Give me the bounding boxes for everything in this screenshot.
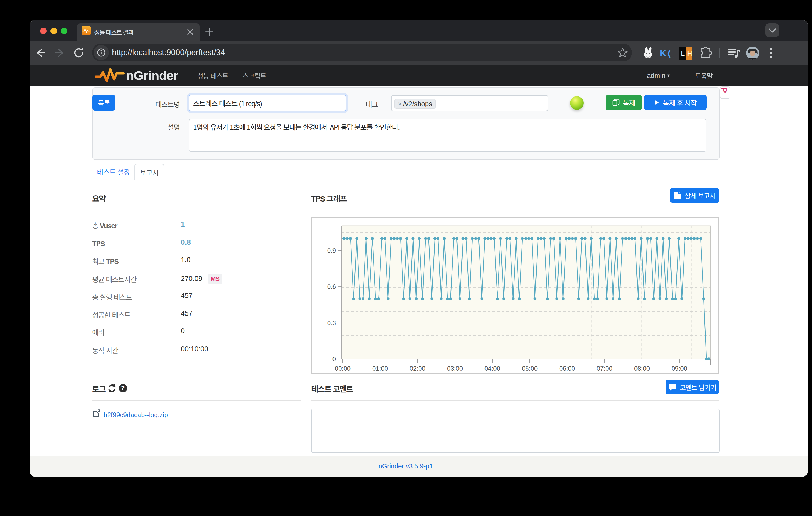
svg-text:07:00: 07:00 bbox=[597, 365, 612, 372]
svg-text:08:00: 08:00 bbox=[634, 365, 650, 372]
svg-text:H: H bbox=[687, 50, 692, 58]
svg-text:05:00: 05:00 bbox=[522, 365, 538, 372]
svg-text:04:00: 04:00 bbox=[485, 365, 500, 372]
svg-text:❬❭: ❬❭ bbox=[666, 49, 674, 58]
svg-text:09:00: 09:00 bbox=[671, 365, 687, 372]
svg-text:03:00: 03:00 bbox=[447, 365, 463, 372]
svg-text:02:00: 02:00 bbox=[410, 365, 425, 372]
svg-text:?: ? bbox=[121, 385, 124, 392]
svg-text:L: L bbox=[681, 50, 685, 58]
svg-text:0.3: 0.3 bbox=[327, 320, 336, 327]
svg-text:00:00: 00:00 bbox=[335, 365, 351, 372]
svg-text:01:00: 01:00 bbox=[372, 365, 388, 372]
svg-text:K: K bbox=[660, 48, 666, 58]
svg-text:0: 0 bbox=[332, 356, 336, 363]
svg-text:0.9: 0.9 bbox=[327, 247, 336, 254]
svg-text:06:00: 06:00 bbox=[559, 365, 575, 372]
svg-text:0.6: 0.6 bbox=[327, 283, 336, 290]
